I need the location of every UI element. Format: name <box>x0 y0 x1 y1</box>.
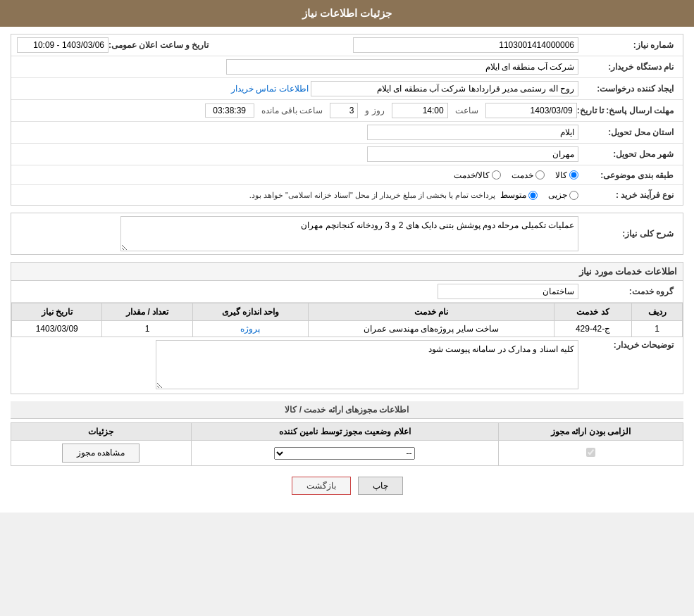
buyer-notes-textarea[interactable]: کلیه اسناد و مدارک در سامانه پیوست شود <box>156 340 578 389</box>
row-creator: ایجاد کننده درخواست: اطلاعات تماس خریدار <box>11 78 683 100</box>
cell-license-required <box>499 441 683 466</box>
deadline-label: مهلت ارسال پاسخ: تا تاریخ: <box>577 106 677 115</box>
row-need-number: شماره نیاز: تاریخ و ساعت اعلان عمومی: <box>11 34 683 56</box>
province-label: استان محل تحویل: <box>578 127 677 137</box>
col-date: تاریخ نیاز <box>12 303 102 321</box>
days-label: روز و <box>365 106 384 115</box>
province-input[interactable] <box>367 125 578 140</box>
col-service-code: کد خدمت <box>554 303 632 321</box>
row-need-desc: شرح کلی نیاز: عملیات تکمیلی مرحله دوم پو… <box>11 213 683 254</box>
cell-service-name: ساخت سایر پروژه‌های مهندسی عمران <box>309 321 554 337</box>
col-license-status: اعلام وضعیت مجوز توسط نامین کننده <box>191 423 499 441</box>
page-container: جزئیات اطلاعات نیاز شماره نیاز: تاریخ و … <box>0 0 694 513</box>
row-city: شهر محل تحویل: <box>11 144 683 165</box>
row-category: طبقه بندی موضوعی: کالا خدمت کالا/خدمت <box>11 165 683 185</box>
deadline-date-input[interactable] <box>485 103 577 118</box>
print-button[interactable]: چاپ <box>358 477 403 495</box>
buyer-notes-label: توضیحات خریدار: <box>578 340 677 350</box>
purchase-type-jozii: جزیی <box>548 190 578 200</box>
col-license-required: الزامی بودن ارائه مجوز <box>499 423 683 441</box>
purchase-type-radio-group: جزیی متوسط <box>500 190 578 200</box>
category-khedmat: خدمت <box>512 170 545 180</box>
col-quantity: تعداد / مقدار <box>102 303 192 321</box>
remaining-label: ساعت باقی مانده <box>261 106 323 115</box>
need-number-input[interactable] <box>353 37 578 53</box>
cell-service-code: ج-42-429 <box>554 321 632 337</box>
remaining-timer: 03:38:39 <box>205 103 254 118</box>
back-button[interactable]: بازگشت <box>292 477 351 495</box>
services-header: اطلاعات خدمات مورد نیاز <box>11 263 683 281</box>
cell-unit: پروژه <box>192 321 308 337</box>
row-purchase-type: نوع فرآیند خرید : جزیی متوسط پرداخت <box>11 185 683 205</box>
services-section: اطلاعات خدمات مورد نیاز گروه خدمت: ردیف … <box>11 262 683 394</box>
purchase-type-label: نوع فرآیند خرید : <box>578 190 677 200</box>
row-service-group: گروه خدمت: <box>11 281 683 303</box>
col-unit: واحد اندازه گیری <box>192 303 308 321</box>
cell-license-details: مشاهده مجوز <box>11 441 192 466</box>
buyer-org-input[interactable] <box>226 59 578 75</box>
radio-motavasset[interactable] <box>528 191 538 200</box>
need-desc-label: شرح کلی نیاز: <box>578 229 677 239</box>
license-status-select[interactable]: -- <box>274 447 415 460</box>
deadline-days-input[interactable] <box>330 103 358 118</box>
purchase-type-motavasset: متوسط <box>500 190 538 200</box>
need-number-label: شماره نیاز: <box>578 40 677 50</box>
cell-quantity: 1 <box>102 321 192 337</box>
service-group-label: گروه خدمت: <box>578 287 677 296</box>
radio-kala[interactable] <box>569 170 578 180</box>
cell-row-num: 1 <box>632 321 683 337</box>
contact-info-link[interactable]: اطلاعات تماس خریدار <box>231 84 309 94</box>
buyer-org-label: نام دستگاه خریدار: <box>578 62 677 72</box>
row-buyer-notes: توضیحات خریدار: کلیه اسناد و مدارک در سا… <box>11 337 683 394</box>
main-info-section: شماره نیاز: تاریخ و ساعت اعلان عمومی: نا… <box>11 34 683 206</box>
licenses-header[interactable]: اطلاعات مجوزهای ارائه خدمت / کالا <box>11 401 683 419</box>
need-desc-textarea[interactable]: عملیات تکمیلی مرحله دوم پوشش بتنی دایک ه… <box>120 216 578 251</box>
button-row: چاپ بازگشت <box>11 466 683 505</box>
license-required-checkbox[interactable] <box>586 448 595 457</box>
need-desc-section: شرح کلی نیاز: عملیات تکمیلی مرحله دوم پو… <box>11 213 683 255</box>
deadline-time-input[interactable] <box>392 103 448 118</box>
deadline-row: ساعت روز و ساعت باقی مانده 03:38:39 <box>17 103 577 118</box>
services-table: ردیف کد خدمت نام خدمت واحد اندازه گیری ت… <box>11 303 683 337</box>
time-label: ساعت <box>455 106 478 115</box>
service-group-input[interactable] <box>438 284 578 299</box>
list-item: -- مشاهده مجوز <box>11 441 683 466</box>
col-license-details: جزئیات <box>11 423 192 441</box>
category-kala: کالا <box>555 170 578 180</box>
city-input[interactable] <box>367 146 578 162</box>
category-label: طبقه بندی موضوعی: <box>578 170 677 180</box>
row-deadline: مهلت ارسال پاسخ: تا تاریخ: ساعت روز و سا… <box>11 100 683 122</box>
radio-jozii[interactable] <box>569 191 578 200</box>
page-title: جزئیات اطلاعات نیاز <box>302 7 392 19</box>
radio-khedmat[interactable] <box>535 170 545 180</box>
services-table-container: ردیف کد خدمت نام خدمت واحد اندازه گیری ت… <box>11 303 683 337</box>
purchase-type-note: پرداخت تمام یا بخشی از مبلغ خریدار از مح… <box>249 191 496 200</box>
cell-date: 1403/03/09 <box>12 321 102 337</box>
main-content: شماره نیاز: تاریخ و ساعت اعلان عمومی: نا… <box>0 27 694 513</box>
row-province: استان محل تحویل: <box>11 122 683 144</box>
announce-label: تاریخ و ساعت اعلان عمومی: <box>109 40 212 50</box>
announce-input[interactable] <box>17 37 109 53</box>
radio-kala-khedmat[interactable] <box>492 170 501 180</box>
col-service-name: نام خدمت <box>309 303 554 321</box>
creator-input[interactable] <box>311 81 578 96</box>
need-number-value-box <box>226 37 578 53</box>
cell-license-status: -- <box>191 441 499 466</box>
row-buyer-org: نام دستگاه خریدار: <box>11 56 683 78</box>
col-row-num: ردیف <box>632 303 683 321</box>
city-label: شهر محل تحویل: <box>578 149 677 159</box>
creator-label: ایجاد کننده درخواست: <box>578 84 677 94</box>
table-row: 1 ج-42-429 ساخت سایر پروژه‌های مهندسی عم… <box>12 321 683 337</box>
licenses-table: الزامی بودن ارائه مجوز اعلام وضعیت مجوز … <box>11 422 683 466</box>
page-header: جزئیات اطلاعات نیاز <box>0 0 694 27</box>
view-license-button[interactable]: مشاهده مجوز <box>62 444 140 463</box>
licenses-section: اطلاعات مجوزهای ارائه خدمت / کالا الزامی… <box>11 401 683 466</box>
category-kala-khedmat: کالا/خدمت <box>454 170 501 180</box>
